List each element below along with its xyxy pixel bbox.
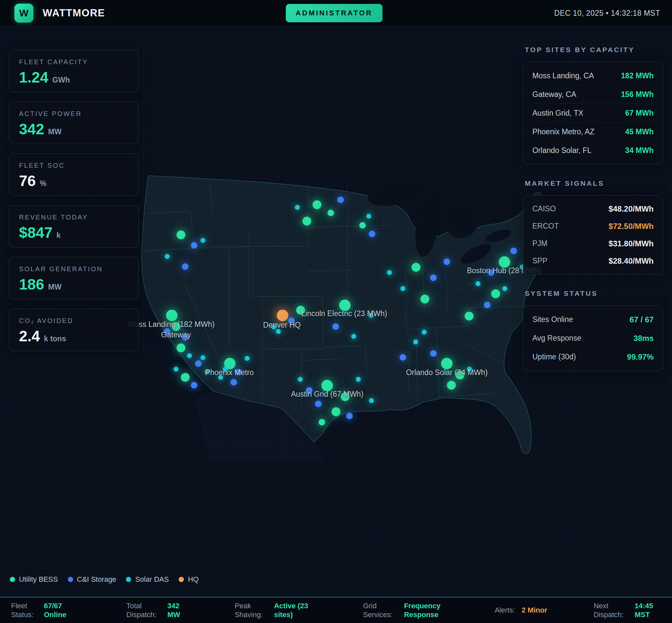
- map-site-dot[interactable]: [422, 330, 427, 335]
- kpi-card: FLEET CAPACITY 1.24 GWh: [9, 50, 139, 92]
- map-site-dot[interactable]: [492, 290, 500, 298]
- kpi-value: 2.4: [19, 329, 40, 344]
- legend-dot-icon: [68, 577, 73, 582]
- kpi-unit: k: [56, 231, 61, 240]
- site-name: Orlando Solar, FL: [532, 146, 591, 155]
- map-site-label: Phoenix Metro: [205, 368, 254, 377]
- kpi-card: CO₂ AVOIDED 2.4 k tons: [9, 308, 139, 351]
- datetime-display: DEC 10, 2025 • 14:32:18 MST: [554, 9, 660, 18]
- map-site-dot[interactable]: [245, 356, 250, 361]
- map-site-dot[interactable]: [181, 373, 190, 382]
- kpi-value-row: 342 MW: [19, 121, 129, 137]
- map-site-dot[interactable]: [412, 263, 421, 272]
- market-signals-title: MARKET SIGNALS: [525, 179, 663, 187]
- map-site-dot[interactable]: [201, 355, 205, 360]
- map-site-dot[interactable]: [318, 419, 325, 425]
- map-site-dot[interactable]: [476, 281, 481, 286]
- kpi-label: REVENUE TODAY: [19, 213, 129, 221]
- statusbar-value: 342 MW: [167, 601, 188, 619]
- kpi-value-row: 2.4 k tons: [19, 329, 129, 344]
- map-site-dot[interactable]: [387, 270, 392, 275]
- map-site-dot[interactable]: [465, 312, 474, 321]
- map-site-dot[interactable]: [337, 197, 344, 203]
- top-site-row: Austin Grid, TX 67 MWh: [532, 103, 654, 122]
- map-site-dot[interactable]: [413, 340, 418, 345]
- statusbar-value: 2 Minor: [522, 606, 547, 615]
- map-site-dot[interactable]: [165, 254, 170, 259]
- map-site-dot[interactable]: [447, 381, 456, 390]
- map-site-dot[interactable]: [187, 353, 192, 358]
- legend-label: HQ: [188, 575, 199, 584]
- map-site-dot[interactable]: [444, 259, 450, 265]
- map-site-dot[interactable]: [352, 334, 356, 339]
- map-site-dot[interactable]: [277, 310, 288, 321]
- top-site-row: Orlando Solar, FL 34 MWh: [532, 141, 654, 159]
- right-column: TOP SITES BY CAPACITY Moss Landing, CA 1…: [523, 46, 663, 371]
- map-site-dot[interactable]: [195, 360, 202, 367]
- map-site-dot[interactable]: [369, 398, 374, 403]
- map-site-dot[interactable]: [182, 263, 189, 270]
- map-site-dot[interactable]: [366, 214, 371, 219]
- map-site-dot[interactable]: [328, 210, 334, 216]
- map-site-dot[interactable]: [369, 231, 375, 237]
- statusbar-item: Fleet Status: 67/67 Online: [11, 601, 80, 619]
- legend-item[interactable]: Utility BESS: [10, 575, 58, 584]
- map-site-dot[interactable]: [359, 222, 366, 229]
- map-site-dot[interactable]: [177, 231, 186, 239]
- map-site-dot[interactable]: [400, 286, 405, 291]
- map-site-dot[interactable]: [191, 382, 197, 388]
- market-price: $72.50/MWh: [609, 222, 654, 231]
- system-status-panel: Sites Online 67 / 67 Avg Response 38ms U…: [523, 305, 663, 371]
- kpi-unit: GWh: [52, 76, 70, 85]
- top-sites-panel: Moss Landing, CA 182 MWh Gateway, CA 156…: [523, 62, 663, 165]
- map-site-dot[interactable]: [356, 377, 361, 382]
- map-site-dot[interactable]: [313, 201, 321, 209]
- site-capacity: 182 MWh: [621, 71, 654, 80]
- map-site-dot[interactable]: [295, 205, 300, 210]
- kpi-card: ACTIVE POWER 342 MW: [9, 101, 139, 144]
- map-site-dot[interactable]: [276, 329, 281, 334]
- site-name: Austin Grid, TX: [532, 109, 584, 118]
- legend-item[interactable]: Solar DAS: [126, 575, 169, 584]
- kpi-value-row: 1.24 GWh: [19, 70, 129, 85]
- map-site-dot[interactable]: [298, 377, 303, 382]
- kpi-value: 76: [19, 173, 36, 188]
- kpi-label: ACTIVE POWER: [19, 110, 129, 118]
- map-site-dot[interactable]: [174, 367, 179, 372]
- legend-label: Solar DAS: [135, 575, 169, 584]
- legend-dot-icon: [179, 577, 184, 582]
- map-site-dot[interactable]: [332, 323, 339, 330]
- market-price: $31.80/MWh: [609, 239, 654, 248]
- kpi-value-row: 76 %: [19, 173, 129, 188]
- map-site-dot[interactable]: [346, 413, 353, 419]
- status-value: 99.97%: [627, 352, 654, 362]
- statusbar-item: Total Dispatch: 342 MW: [126, 601, 188, 619]
- map-site-dot[interactable]: [303, 217, 311, 226]
- kpi-value: 342: [19, 121, 44, 137]
- map-site-dot[interactable]: [201, 238, 205, 243]
- map-site-dot[interactable]: [503, 286, 507, 291]
- map-site-dot[interactable]: [430, 350, 437, 357]
- statusbar-label: Fleet Status:: [11, 601, 37, 619]
- map-site-dot[interactable]: [315, 400, 321, 407]
- site-capacity: 45 MWh: [625, 127, 654, 136]
- map-site-dot[interactable]: [484, 302, 491, 308]
- map-site-dot[interactable]: [421, 295, 429, 304]
- map-site-dot[interactable]: [400, 354, 406, 361]
- top-sites-title: TOP SITES BY CAPACITY: [525, 46, 663, 54]
- kpi-label: SOLAR GENERATION: [19, 265, 129, 273]
- legend-item[interactable]: C&I Storage: [68, 575, 116, 584]
- system-status-row: Uptime (30d) 99.97%: [532, 348, 654, 366]
- legend-item[interactable]: HQ: [179, 575, 199, 584]
- map-site-dot[interactable]: [441, 358, 453, 369]
- map-site-dot[interactable]: [177, 344, 186, 352]
- map-site-dot[interactable]: [332, 408, 341, 416]
- system-status-title: SYSTEM STATUS: [525, 290, 663, 297]
- map-site-dot[interactable]: [510, 248, 517, 254]
- map-site-dot[interactable]: [230, 379, 237, 386]
- market-row: CAISO $48.20/MWh: [532, 200, 654, 217]
- map-site-dot[interactable]: [191, 242, 197, 248]
- map-site-dot[interactable]: [166, 310, 178, 321]
- kpi-unit: %: [40, 179, 46, 188]
- map-site-dot[interactable]: [430, 274, 437, 281]
